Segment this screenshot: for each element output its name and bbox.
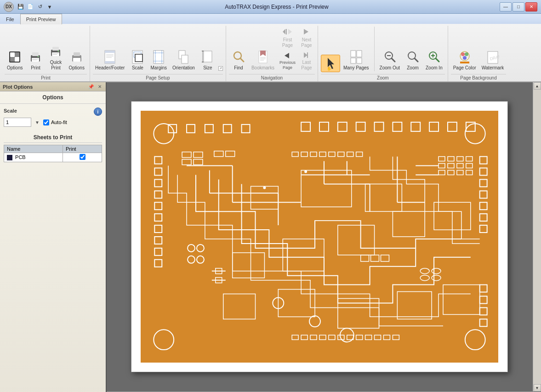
ribbon: File Print Preview Options [0, 14, 541, 82]
find-button[interactable]: Find [229, 48, 248, 72]
page-setup-group-label: Page Setup [93, 74, 223, 81]
many-pages-button[interactable]: Many Pages [341, 48, 371, 72]
zoom-in-button[interactable]: Zoom In [423, 48, 445, 72]
svg-point-70 [461, 52, 465, 56]
page-color-label: Page Color [453, 65, 476, 71]
last-page-label: LastPage [301, 60, 312, 71]
svg-rect-53 [307, 52, 308, 58]
orientation-button[interactable]: Orientation [170, 48, 197, 72]
options2-label: Options [68, 65, 84, 71]
print-button[interactable]: Print [26, 48, 45, 72]
svg-rect-58 [351, 58, 356, 63]
ribbon-group-navigation: Find Bookmarks [226, 26, 318, 81]
scale-input[interactable] [4, 118, 31, 127]
tab-file[interactable]: File [0, 14, 20, 24]
scroll-down-btn[interactable]: ▼ [534, 384, 541, 392]
page-canvas [131, 101, 508, 372]
autofit-checkbox[interactable] [43, 119, 49, 125]
previous-page-icon [283, 52, 292, 59]
options2-button[interactable]: Options [66, 48, 86, 72]
svg-rect-57 [357, 51, 362, 57]
svg-rect-59 [357, 58, 362, 63]
next-page-button[interactable]: NextPage [298, 26, 315, 50]
sheets-section: Sheets to Print Name Print PCB [0, 131, 106, 164]
svg-rect-48 [286, 29, 287, 34]
ribbon-tabs: File Print Preview [0, 14, 541, 24]
last-page-button[interactable]: LastPage [298, 50, 315, 72]
page-bg-group-label: Page Background [451, 74, 507, 81]
navigation-group-label: Navigation [229, 74, 315, 81]
cursor-mode-button[interactable]: ✋ [321, 55, 340, 72]
margins-button[interactable]: Margins [148, 48, 169, 72]
minimize-button[interactable]: — [500, 2, 512, 11]
sidebar-pin-btn[interactable]: 📌 [87, 84, 95, 90]
col-name-header: Name [4, 145, 63, 153]
sheet-row-pcb: PCB [4, 153, 102, 162]
svg-rect-73 [460, 62, 469, 63]
zoom-label: Zoom [407, 65, 419, 71]
pcb-traces-svg [141, 111, 498, 363]
cursor-mode-icon: ✋ [323, 56, 338, 71]
sheet-print-checkbox[interactable] [80, 154, 85, 160]
save-quick-btn[interactable]: 💾 [17, 3, 25, 11]
svg-text:✋: ✋ [327, 66, 331, 71]
ribbon-group-view: Options Print [2, 26, 90, 81]
bookmarks-button[interactable]: Bookmarks [249, 48, 277, 72]
svg-rect-1 [10, 52, 15, 57]
tab-print-preview[interactable]: Print Preview [20, 14, 62, 24]
view-group-items: Options Print [5, 26, 87, 73]
nav-page-buttons: FirstPage PreviousPage [278, 26, 297, 72]
vertical-scrollbar[interactable]: ▲ ▼ [533, 82, 541, 392]
size-button[interactable]: Size [198, 48, 217, 72]
undo-quick-btn[interactable]: ↺ [36, 3, 44, 11]
previous-page-button[interactable]: PreviousPage [278, 50, 297, 72]
zoom-out-icon [382, 50, 397, 64]
options-button[interactable]: Options [5, 48, 25, 72]
svg-rect-8 [32, 59, 39, 59]
sidebar-title: Plot Options [3, 84, 33, 90]
page-bg-group-items: Page Color DRAFT Watermark [451, 26, 507, 73]
scale-info-btn[interactable]: i [94, 108, 102, 116]
sheet-name-value: PCB [15, 154, 26, 160]
col-print-header: Print [63, 145, 102, 153]
page-setup-collapse[interactable]: ↗ [218, 66, 223, 71]
pdf-quick-btn[interactable]: 📄 [26, 3, 34, 11]
page-color-button[interactable]: Page Color [451, 48, 478, 72]
svg-marker-50 [285, 53, 289, 58]
maximize-button[interactable]: □ [513, 2, 524, 11]
close-button[interactable]: ✕ [525, 2, 537, 11]
scroll-up-btn[interactable]: ▲ [534, 82, 541, 90]
svg-line-41 [240, 58, 244, 62]
quick-print-button[interactable]: QuickPrint [46, 43, 65, 72]
sheets-heading: Sheets to Print [4, 132, 102, 143]
scale-down-arrow: ▼ [35, 120, 40, 125]
zoom-out-button[interactable]: Zoom Out [377, 48, 402, 72]
margins-label: Margins [150, 65, 167, 71]
nav-next-buttons: NextPage LastPage [298, 26, 315, 72]
margins-icon [151, 50, 166, 64]
svg-point-148 [263, 186, 266, 189]
sidebar-close-btn[interactable]: ✕ [97, 84, 103, 90]
size-icon [200, 50, 215, 64]
svg-point-150 [304, 170, 307, 173]
scale-button[interactable]: Scale [128, 48, 147, 72]
quick-access-toolbar: 💾 📄 ↺ ▼ [17, 3, 54, 11]
orientation-icon [176, 50, 191, 64]
watermark-icon: DRAFT [485, 50, 500, 64]
zoom-button[interactable]: Zoom [403, 48, 422, 72]
svg-rect-56 [351, 51, 356, 57]
zoom-out-label: Zoom Out [380, 65, 400, 71]
first-page-button[interactable]: FirstPage [278, 26, 297, 50]
header-footer-button[interactable]: Header/Footer [93, 48, 127, 72]
last-page-icon [301, 51, 312, 59]
many-pages-label: Many Pages [343, 65, 369, 71]
scale-section: Scale i ▼ Auto-fit [0, 104, 106, 131]
main-layout: Plot Options 📌 ✕ Options Scale i ▼ Auto-… [0, 82, 541, 392]
svg-line-68 [436, 58, 439, 62]
watermark-button[interactable]: DRAFT Watermark [479, 48, 507, 72]
first-page-label: FirstPage [282, 37, 293, 48]
dropdown-quick-btn[interactable]: ▼ [46, 3, 54, 11]
window-title: AutoTRAX Design Express - Print Preview [54, 4, 500, 10]
scroll-track-v[interactable] [533, 90, 541, 384]
next-page-label: NextPage [301, 37, 312, 48]
